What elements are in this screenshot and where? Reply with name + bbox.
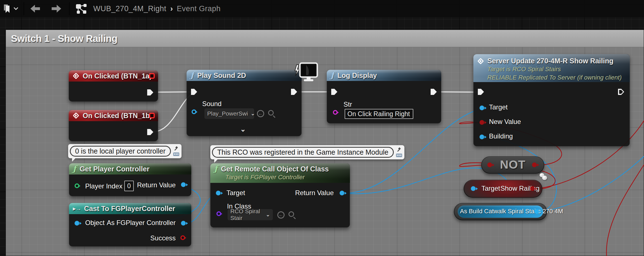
node-subtitle: Target is FGPlayer Controller	[225, 173, 305, 181]
not-input-pin[interactable]	[487, 162, 492, 167]
as-build-output-pin[interactable]	[534, 209, 539, 214]
breadcrumb-root[interactable]: WUB_270_4M_Right	[93, 4, 166, 13]
node-header[interactable]: ƒ Get Remote Call Object Of Class Target…	[210, 163, 350, 183]
pushpin-icon[interactable]	[173, 146, 178, 151]
browse-asset-icon[interactable]	[268, 110, 274, 116]
node-play-sound-2d[interactable]: ƒ Play Sound 2D Sound Play_PowerSwi ⌄ ← …	[187, 70, 302, 136]
as-build-label: As Build Catwalk Spiral Stairs 270 4M	[460, 208, 563, 215]
chevron-down-icon: ⌄	[251, 111, 255, 117]
graph-toolbar: WUB_270_4M_Right › Event Graph	[0, 0, 644, 17]
arrow-left-icon	[29, 4, 41, 13]
comment-bubble-icon[interactable]	[396, 154, 402, 157]
pushpin-icon[interactable]	[396, 147, 401, 152]
in-class-dropdown[interactable]: RCO Spiral Stair ⌄	[228, 209, 273, 220]
node-title: Get Remote Call Object Of Class	[221, 165, 329, 173]
toolbar-separator	[23, 2, 24, 15]
node-on-clicked-btn-1a[interactable]: On Clicked (BTN_1a)	[69, 70, 158, 102]
exec-in-pin[interactable]	[191, 89, 197, 95]
graph-button[interactable]	[72, 0, 90, 17]
object-pin-label: Object	[85, 219, 104, 227]
node-get-show-railing[interactable]: Target Show Railing	[464, 180, 542, 198]
target-pin[interactable]	[216, 191, 221, 195]
show-railing-pin[interactable]	[530, 186, 535, 191]
node-on-clicked-btn-1b[interactable]: On Clicked (BTN_1b)	[69, 110, 158, 141]
bookmarks-button[interactable]	[0, 0, 21, 17]
chevron-down-icon	[13, 7, 18, 10]
bubble-text: This RCO was registered in the Game Inst…	[217, 148, 388, 156]
widget-bound-icon	[149, 113, 155, 118]
node-expander-icon[interactable]: ⌄	[240, 128, 246, 131]
node-log-display[interactable]: ƒ Log Display Str On Click Railing Right	[327, 70, 441, 123]
node-as-build-catwalk[interactable]: As Build Catwalk Spiral Stairs 270 4M	[454, 203, 547, 220]
node-cast-to-fgplayercontroller[interactable]: ▸→ Cast To FGPlayerController Object As …	[69, 203, 191, 247]
exec-in-pin[interactable]	[331, 89, 337, 95]
player-index-input[interactable]: 0	[124, 181, 134, 191]
breadcrumb-current[interactable]: Event Graph	[177, 4, 221, 13]
node-get-player-controller[interactable]: ƒ Get Player Controller Player Index 0 R…	[69, 163, 191, 196]
function-icon: ƒ	[331, 71, 334, 79]
building-pin[interactable]	[480, 135, 484, 139]
blueprint-event-graph[interactable]: Switch 1 - Show Railing	[0, 0, 644, 256]
target-pin[interactable]	[480, 106, 484, 110]
browse-asset-icon[interactable]	[288, 211, 294, 217]
node-header[interactable]: ƒ Play Sound 2D	[187, 70, 302, 81]
target-pin[interactable]	[471, 186, 476, 191]
sound-pin[interactable]	[192, 109, 196, 114]
not-output-pin[interactable]	[532, 162, 537, 167]
exec-in-pin[interactable]	[478, 89, 484, 95]
bubble-text: 0 is the local player controller	[75, 147, 166, 155]
toolbar-separator	[69, 2, 70, 15]
node-not[interactable]: NOT	[481, 156, 544, 174]
node-header[interactable]: ƒ Get Player Controller	[69, 163, 191, 174]
comment-bubble-rco[interactable]: This RCO was registered in the Game Inst…	[210, 145, 404, 159]
nav-forward-button[interactable]	[48, 0, 65, 17]
cursor-blob	[540, 173, 547, 180]
as-fgplayer-label: As FGPlayer Controller	[107, 219, 176, 227]
str-pin[interactable]	[333, 110, 338, 115]
nav-back-button[interactable]	[27, 0, 44, 17]
sound-asset-dropdown[interactable]: Play_PowerSwi ⌄	[204, 108, 254, 119]
as-fgplayer-pin[interactable]	[181, 221, 186, 226]
player-index-value: 0	[127, 182, 131, 190]
comment-bubble-player-controller[interactable]: 0 is the local player controller	[68, 144, 182, 158]
target-pin-label: Target	[226, 189, 245, 197]
exec-out-pin[interactable]	[618, 89, 624, 95]
new-value-pin-label: New Value	[489, 118, 521, 126]
node-header[interactable]: ƒ Log Display	[327, 70, 441, 81]
use-selected-asset-icon[interactable]: ←	[257, 110, 264, 117]
node-subtitle-2: RELIABLE Replicated To Server (if owning…	[487, 73, 622, 82]
new-value-pin[interactable]	[480, 120, 484, 125]
node-header[interactable]: On Clicked (BTN_1a)	[69, 70, 158, 82]
use-selected-asset-icon[interactable]: ←	[277, 211, 285, 219]
exec-out-pin[interactable]	[147, 129, 153, 135]
success-pin[interactable]	[180, 235, 185, 240]
exec-out-pin[interactable]	[431, 89, 437, 95]
node-title: Server Update 270-4M-R Show Railing	[487, 57, 614, 65]
breadcrumb-separator: ›	[170, 4, 173, 13]
building-pin-label: Building	[489, 132, 513, 140]
bubble-outline: 0 is the local player controller	[70, 146, 171, 157]
str-pin-label: Str	[344, 101, 352, 108]
event-diamond-icon	[73, 73, 79, 79]
comment-bubble-icon[interactable]	[173, 152, 179, 156]
player-index-pin[interactable]	[75, 183, 79, 188]
comment-title-bar[interactable]: Switch 1 - Show Railing	[6, 30, 644, 47]
node-header[interactable]: On Clicked (BTN_1b)	[69, 110, 158, 121]
return-value-pin[interactable]	[181, 182, 186, 187]
node-header[interactable]: Server Update 270-4M-R Show Railing Targ…	[473, 54, 630, 82]
return-value-pin[interactable]	[340, 191, 344, 195]
in-class-pin[interactable]	[216, 211, 221, 216]
return-value-label: Return Value	[137, 181, 176, 189]
str-input[interactable]: On Click Railing Right	[345, 109, 413, 119]
chevron-down-icon: ⌄	[266, 212, 270, 218]
node-get-remote-call-object[interactable]: ƒ Get Remote Call Object Of Class Target…	[210, 163, 350, 228]
event-diamond-icon	[73, 112, 79, 119]
function-icon: ƒ	[190, 71, 194, 79]
node-title: Cast To FGPlayerController	[84, 205, 175, 213]
object-pin[interactable]	[75, 221, 79, 226]
exec-out-pin[interactable]	[291, 89, 297, 95]
comment-title: Switch 1 - Show Railing	[11, 33, 117, 44]
node-header[interactable]: ▸→ Cast To FGPlayerController	[69, 203, 191, 214]
node-server-update-show-railing[interactable]: Server Update 270-4M-R Show Railing Targ…	[473, 54, 630, 146]
exec-out-pin[interactable]	[147, 89, 153, 95]
